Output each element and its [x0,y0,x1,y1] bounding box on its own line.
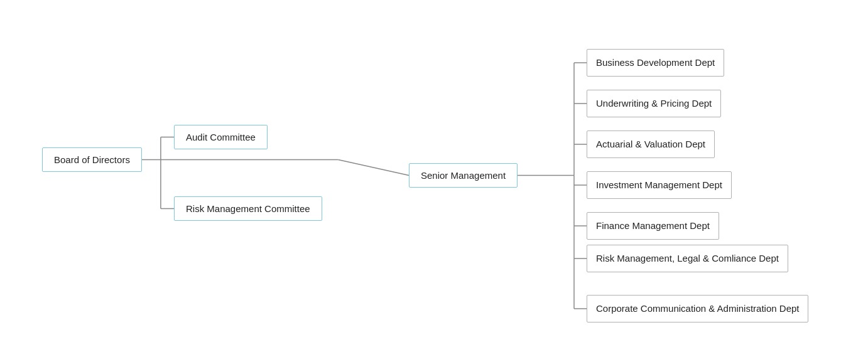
dept-label-0: Business Development Dept [596,56,715,69]
board-label: Board of Directors [54,154,130,165]
audit-label: Audit Committee [186,132,256,142]
board-node: Board of Directors [42,147,142,172]
svg-line-5 [338,159,409,175]
dept-label-3: Investment Management Dept [596,178,722,191]
dept-label-4: Finance Management Dept [596,219,710,232]
risk-committee-label: Risk Management Committee [186,203,310,214]
senior-management-node: Senior Management [409,163,518,188]
dept-label-5: Risk Management, Legal & Comliance Dept [596,252,779,265]
audit-committee-node: Audit Committee [174,125,268,149]
dept-label-2: Actuarial & Valuation Dept [596,137,705,151]
org-chart: Board of Directors Audit Committee Risk … [26,9,842,348]
senior-label: Senior Management [421,170,506,181]
dept-node-2: Actuarial & Valuation Dept [587,131,715,158]
dept-label-1: Underwriting & Pricing Dept [596,97,712,110]
dept-node-3: Investment Management Dept [587,171,732,199]
dept-node-4: Finance Management Dept [587,212,719,240]
dept-node-1: Underwriting & Pricing Dept [587,90,721,117]
risk-committee-node: Risk Management Committee [174,196,322,221]
dept-node-0: Business Development Dept [587,49,724,77]
dept-node-5: Risk Management, Legal & Comliance Dept [587,245,788,272]
dept-node-6: Corporate Communication & Administration… [587,295,808,322]
dept-label-6: Corporate Communication & Administration… [596,302,799,315]
